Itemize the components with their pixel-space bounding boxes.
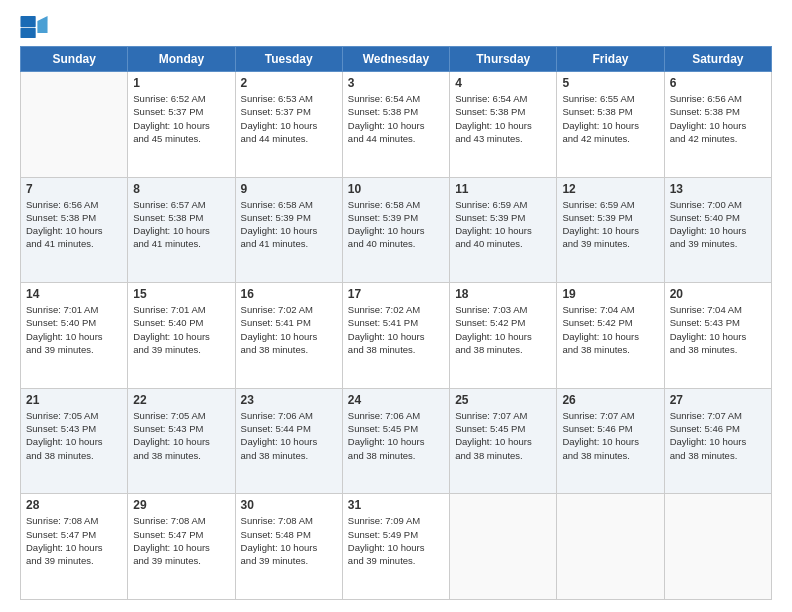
day-info: Sunrise: 6:54 AM Sunset: 5:38 PM Dayligh…: [348, 92, 444, 145]
day-number: 29: [133, 498, 229, 512]
day-cell: 6Sunrise: 6:56 AM Sunset: 5:38 PM Daylig…: [664, 72, 771, 178]
day-number: 17: [348, 287, 444, 301]
day-cell: [21, 72, 128, 178]
day-number: 15: [133, 287, 229, 301]
svg-rect-1: [20, 28, 35, 38]
day-cell: 19Sunrise: 7:04 AM Sunset: 5:42 PM Dayli…: [557, 283, 664, 389]
day-info: Sunrise: 7:03 AM Sunset: 5:42 PM Dayligh…: [455, 303, 551, 356]
day-cell: 18Sunrise: 7:03 AM Sunset: 5:42 PM Dayli…: [450, 283, 557, 389]
day-info: Sunrise: 6:52 AM Sunset: 5:37 PM Dayligh…: [133, 92, 229, 145]
weekday-wednesday: Wednesday: [342, 47, 449, 72]
day-cell: 21Sunrise: 7:05 AM Sunset: 5:43 PM Dayli…: [21, 388, 128, 494]
day-info: Sunrise: 7:05 AM Sunset: 5:43 PM Dayligh…: [133, 409, 229, 462]
day-number: 14: [26, 287, 122, 301]
day-cell: 8Sunrise: 6:57 AM Sunset: 5:38 PM Daylig…: [128, 177, 235, 283]
logo: [20, 16, 52, 38]
day-number: 5: [562, 76, 658, 90]
week-row-4: 21Sunrise: 7:05 AM Sunset: 5:43 PM Dayli…: [21, 388, 772, 494]
day-cell: 7Sunrise: 6:56 AM Sunset: 5:38 PM Daylig…: [21, 177, 128, 283]
svg-rect-0: [20, 16, 35, 27]
weekday-sunday: Sunday: [21, 47, 128, 72]
weekday-tuesday: Tuesday: [235, 47, 342, 72]
day-number: 6: [670, 76, 766, 90]
day-number: 30: [241, 498, 337, 512]
page: SundayMondayTuesdayWednesdayThursdayFrid…: [0, 0, 792, 612]
day-info: Sunrise: 7:07 AM Sunset: 5:46 PM Dayligh…: [562, 409, 658, 462]
day-cell: 10Sunrise: 6:58 AM Sunset: 5:39 PM Dayli…: [342, 177, 449, 283]
day-cell: 16Sunrise: 7:02 AM Sunset: 5:41 PM Dayli…: [235, 283, 342, 389]
day-number: 13: [670, 182, 766, 196]
day-cell: 30Sunrise: 7:08 AM Sunset: 5:48 PM Dayli…: [235, 494, 342, 600]
calendar-table: SundayMondayTuesdayWednesdayThursdayFrid…: [20, 46, 772, 600]
day-info: Sunrise: 7:06 AM Sunset: 5:44 PM Dayligh…: [241, 409, 337, 462]
day-info: Sunrise: 6:57 AM Sunset: 5:38 PM Dayligh…: [133, 198, 229, 251]
day-info: Sunrise: 6:59 AM Sunset: 5:39 PM Dayligh…: [455, 198, 551, 251]
day-cell: 31Sunrise: 7:09 AM Sunset: 5:49 PM Dayli…: [342, 494, 449, 600]
weekday-saturday: Saturday: [664, 47, 771, 72]
day-number: 20: [670, 287, 766, 301]
day-info: Sunrise: 7:07 AM Sunset: 5:45 PM Dayligh…: [455, 409, 551, 462]
svg-marker-2: [37, 16, 47, 33]
day-info: Sunrise: 7:08 AM Sunset: 5:47 PM Dayligh…: [26, 514, 122, 567]
weekday-header-row: SundayMondayTuesdayWednesdayThursdayFrid…: [21, 47, 772, 72]
day-cell: 14Sunrise: 7:01 AM Sunset: 5:40 PM Dayli…: [21, 283, 128, 389]
day-cell: 15Sunrise: 7:01 AM Sunset: 5:40 PM Dayli…: [128, 283, 235, 389]
day-cell: 13Sunrise: 7:00 AM Sunset: 5:40 PM Dayli…: [664, 177, 771, 283]
day-info: Sunrise: 7:08 AM Sunset: 5:47 PM Dayligh…: [133, 514, 229, 567]
day-info: Sunrise: 6:55 AM Sunset: 5:38 PM Dayligh…: [562, 92, 658, 145]
day-info: Sunrise: 7:04 AM Sunset: 5:42 PM Dayligh…: [562, 303, 658, 356]
day-info: Sunrise: 6:56 AM Sunset: 5:38 PM Dayligh…: [26, 198, 122, 251]
week-row-5: 28Sunrise: 7:08 AM Sunset: 5:47 PM Dayli…: [21, 494, 772, 600]
day-info: Sunrise: 6:58 AM Sunset: 5:39 PM Dayligh…: [348, 198, 444, 251]
day-number: 27: [670, 393, 766, 407]
day-cell: 22Sunrise: 7:05 AM Sunset: 5:43 PM Dayli…: [128, 388, 235, 494]
weekday-thursday: Thursday: [450, 47, 557, 72]
day-info: Sunrise: 7:06 AM Sunset: 5:45 PM Dayligh…: [348, 409, 444, 462]
week-row-2: 7Sunrise: 6:56 AM Sunset: 5:38 PM Daylig…: [21, 177, 772, 283]
day-cell: 23Sunrise: 7:06 AM Sunset: 5:44 PM Dayli…: [235, 388, 342, 494]
week-row-1: 1Sunrise: 6:52 AM Sunset: 5:37 PM Daylig…: [21, 72, 772, 178]
day-info: Sunrise: 7:08 AM Sunset: 5:48 PM Dayligh…: [241, 514, 337, 567]
day-number: 18: [455, 287, 551, 301]
day-number: 2: [241, 76, 337, 90]
week-row-3: 14Sunrise: 7:01 AM Sunset: 5:40 PM Dayli…: [21, 283, 772, 389]
day-info: Sunrise: 7:01 AM Sunset: 5:40 PM Dayligh…: [133, 303, 229, 356]
day-cell: 9Sunrise: 6:58 AM Sunset: 5:39 PM Daylig…: [235, 177, 342, 283]
day-number: 8: [133, 182, 229, 196]
day-number: 26: [562, 393, 658, 407]
logo-icon: [20, 16, 48, 38]
day-number: 3: [348, 76, 444, 90]
day-cell: [557, 494, 664, 600]
day-number: 19: [562, 287, 658, 301]
day-info: Sunrise: 7:05 AM Sunset: 5:43 PM Dayligh…: [26, 409, 122, 462]
day-number: 31: [348, 498, 444, 512]
day-info: Sunrise: 6:54 AM Sunset: 5:38 PM Dayligh…: [455, 92, 551, 145]
day-number: 4: [455, 76, 551, 90]
day-number: 1: [133, 76, 229, 90]
day-info: Sunrise: 7:02 AM Sunset: 5:41 PM Dayligh…: [241, 303, 337, 356]
weekday-friday: Friday: [557, 47, 664, 72]
day-number: 28: [26, 498, 122, 512]
day-cell: [664, 494, 771, 600]
day-info: Sunrise: 6:53 AM Sunset: 5:37 PM Dayligh…: [241, 92, 337, 145]
day-number: 11: [455, 182, 551, 196]
day-info: Sunrise: 7:00 AM Sunset: 5:40 PM Dayligh…: [670, 198, 766, 251]
day-info: Sunrise: 6:56 AM Sunset: 5:38 PM Dayligh…: [670, 92, 766, 145]
day-info: Sunrise: 7:02 AM Sunset: 5:41 PM Dayligh…: [348, 303, 444, 356]
day-cell: 5Sunrise: 6:55 AM Sunset: 5:38 PM Daylig…: [557, 72, 664, 178]
day-number: 22: [133, 393, 229, 407]
day-info: Sunrise: 7:01 AM Sunset: 5:40 PM Dayligh…: [26, 303, 122, 356]
day-cell: 2Sunrise: 6:53 AM Sunset: 5:37 PM Daylig…: [235, 72, 342, 178]
day-cell: [450, 494, 557, 600]
header: [20, 16, 772, 38]
day-info: Sunrise: 7:04 AM Sunset: 5:43 PM Dayligh…: [670, 303, 766, 356]
day-number: 10: [348, 182, 444, 196]
day-cell: 11Sunrise: 6:59 AM Sunset: 5:39 PM Dayli…: [450, 177, 557, 283]
day-info: Sunrise: 7:07 AM Sunset: 5:46 PM Dayligh…: [670, 409, 766, 462]
day-info: Sunrise: 7:09 AM Sunset: 5:49 PM Dayligh…: [348, 514, 444, 567]
day-info: Sunrise: 6:58 AM Sunset: 5:39 PM Dayligh…: [241, 198, 337, 251]
day-cell: 25Sunrise: 7:07 AM Sunset: 5:45 PM Dayli…: [450, 388, 557, 494]
day-number: 24: [348, 393, 444, 407]
day-cell: 1Sunrise: 6:52 AM Sunset: 5:37 PM Daylig…: [128, 72, 235, 178]
day-cell: 4Sunrise: 6:54 AM Sunset: 5:38 PM Daylig…: [450, 72, 557, 178]
